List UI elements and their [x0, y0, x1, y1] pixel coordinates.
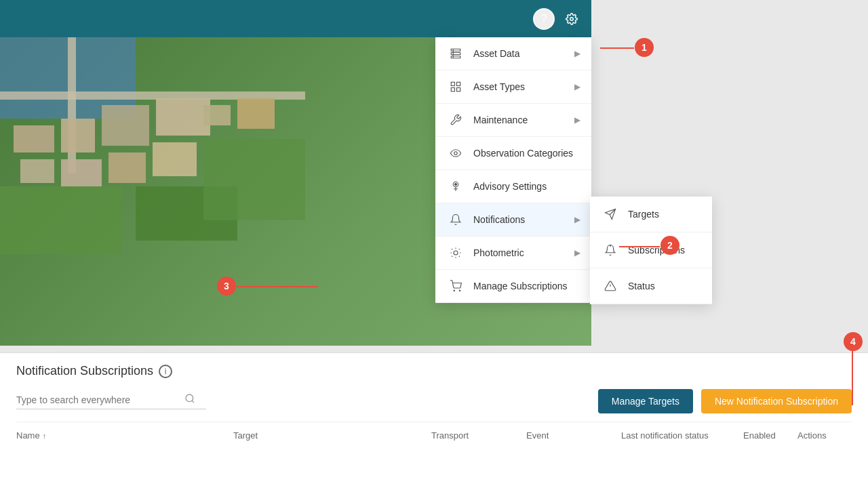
menu-item-notifications[interactable]: Notifications ▶	[435, 203, 591, 237]
svg-point-0	[570, 17, 574, 20]
menu-item-asset-data[interactable]: Asset Data ▶	[435, 37, 591, 70]
new-notification-subscription-button[interactable]: New Notification Subscription	[701, 389, 852, 413]
status-icon	[604, 279, 617, 293]
submenu-item-status[interactable]: Status	[590, 268, 712, 304]
menu-item-manage-subscriptions[interactable]: Manage Subscriptions	[435, 270, 591, 303]
annotation-3: 3	[217, 277, 236, 296]
asset-types-icon	[449, 80, 462, 94]
menu-item-observation-categories[interactable]: Observation Categories	[435, 137, 591, 170]
svg-rect-16	[203, 139, 305, 220]
submenu-item-targets[interactable]: Targets	[590, 197, 712, 232]
sort-arrow-icon[interactable]: ↑	[43, 432, 47, 440]
menu-label-photometric: Photometric	[473, 247, 524, 258]
svg-rect-10	[108, 152, 146, 183]
annotation-4: 4	[844, 332, 863, 351]
map-header: ?	[0, 0, 591, 37]
table-headers: Name ↑ Target Transport Event Last notif…	[16, 422, 852, 446]
annotation-line-2	[619, 246, 660, 247]
search-box[interactable]	[16, 393, 206, 409]
menu-label-asset-data: Asset Data	[473, 48, 519, 59]
menu-item-advisory-settings[interactable]: Advisory Settings	[435, 170, 591, 203]
settings-button[interactable]	[566, 13, 578, 25]
chevron-right-icon: ▶	[574, 248, 580, 258]
svg-line-29	[459, 256, 460, 257]
annotation-2: 2	[660, 236, 679, 255]
chevron-right-icon: ▶	[574, 82, 580, 92]
svg-line-33	[459, 249, 460, 249]
col-target-label: Target	[233, 430, 258, 441]
photometric-icon	[449, 246, 462, 260]
svg-rect-4	[14, 125, 54, 152]
svg-line-28	[452, 249, 452, 249]
action-buttons: Manage Targets New Notification Subscrip…	[598, 389, 852, 413]
col-enabled-label: Enabled	[743, 430, 776, 441]
advisory-icon	[449, 180, 462, 193]
notifications-icon	[449, 213, 462, 226]
menu-item-maintenance[interactable]: Maintenance ▶	[435, 104, 591, 137]
help-button[interactable]: ?	[533, 8, 555, 30]
submenu-label-status: Status	[628, 281, 655, 291]
panel-header: Notification Subscriptions i	[16, 364, 852, 378]
svg-rect-11	[153, 142, 197, 176]
asset-data-icon	[449, 47, 462, 60]
col-actions-label: Actions	[797, 430, 827, 441]
search-icon	[184, 393, 195, 406]
panel-controls: Manage Targets New Notification Subscrip…	[16, 389, 852, 413]
notifications-submenu: Targets Subscriptions Status	[590, 197, 712, 304]
svg-rect-8	[20, 159, 54, 183]
svg-line-42	[192, 401, 194, 403]
chevron-right-icon: ▶	[574, 49, 580, 58]
panel-title: Notification Subscriptions	[16, 364, 153, 378]
annotation-arrow-4	[852, 351, 853, 405]
notification-subscriptions-panel: Notification Subscriptions i Manage Targ…	[0, 352, 868, 488]
observation-icon	[449, 146, 462, 160]
annotation-line-1	[600, 47, 634, 49]
svg-point-34	[454, 290, 455, 291]
submenu-item-subscriptions[interactable]: Subscriptions	[590, 232, 712, 268]
menu-label-observation-categories: Observation Categories	[473, 148, 573, 159]
menu-label-manage-subscriptions: Manage Subscriptions	[473, 281, 568, 291]
col-name-label: Name	[16, 430, 40, 441]
svg-point-22	[454, 152, 458, 155]
svg-point-24	[455, 184, 457, 186]
col-transport-label: Transport	[431, 430, 469, 441]
search-input[interactable]	[16, 394, 179, 405]
svg-rect-5	[61, 119, 95, 152]
svg-rect-9	[61, 159, 102, 186]
svg-rect-7	[156, 98, 210, 136]
col-status-label: Last notification status	[621, 430, 709, 441]
menu-label-advisory-settings: Advisory Settings	[473, 181, 547, 192]
maintenance-icon	[449, 113, 462, 127]
svg-rect-6	[102, 105, 149, 146]
svg-rect-21	[457, 88, 460, 92]
annotation-line-3	[237, 286, 318, 287]
menu-label-maintenance: Maintenance	[473, 115, 528, 125]
menu-label-asset-types: Asset Types	[473, 81, 525, 92]
menu-item-asset-types[interactable]: Asset Types ▶	[435, 70, 591, 104]
menu-item-photometric[interactable]: Photometric ▶	[435, 237, 591, 270]
svg-rect-14	[0, 186, 122, 254]
svg-rect-18	[451, 82, 454, 85]
svg-line-32	[452, 256, 452, 257]
svg-rect-13	[237, 98, 275, 129]
chevron-right-icon: ▶	[574, 115, 580, 125]
menu-label-notifications: Notifications	[473, 214, 525, 225]
chevron-right-icon: ▶	[574, 215, 580, 224]
settings-dropdown: Asset Data ▶ Asset Types ▶ Maintenance ▶	[435, 37, 591, 303]
col-event-label: Event	[526, 430, 549, 441]
svg-point-35	[459, 290, 460, 291]
svg-point-25	[454, 251, 458, 255]
svg-rect-12	[203, 105, 231, 125]
manage-targets-button[interactable]: Manage Targets	[598, 389, 693, 413]
svg-point-41	[186, 394, 193, 402]
submenu-label-targets: Targets	[628, 209, 659, 220]
manage-subs-icon	[449, 279, 462, 293]
svg-rect-20	[451, 88, 454, 92]
targets-icon	[604, 207, 617, 221]
svg-rect-19	[457, 82, 460, 85]
subscriptions-icon	[604, 243, 617, 257]
annotation-1: 1	[635, 38, 654, 57]
info-icon[interactable]: i	[159, 365, 172, 378]
